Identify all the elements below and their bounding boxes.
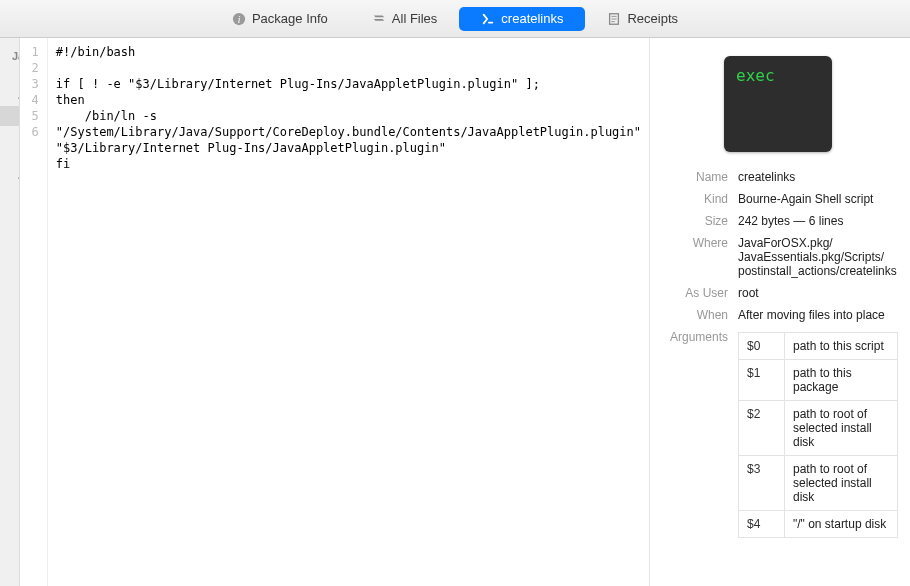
table-row: $4"/" on startup disk xyxy=(739,511,898,538)
tab-receipts[interactable]: Receipts xyxy=(585,7,700,31)
field-value: After moving files into place xyxy=(738,308,898,322)
field-label: Size xyxy=(658,214,728,228)
sidebar-item-postinstall-actions[interactable]: ⌄ postinstall_actions xyxy=(0,86,19,106)
sidebar-item-deleteobsolete[interactable]: deleteObsolete… xyxy=(0,126,20,146)
sidebar-header: JavaEssentials.pkg xyxy=(0,44,20,66)
table-row: $2path to root of selected install disk xyxy=(739,401,898,456)
tab-label: Receipts xyxy=(627,11,678,26)
svg-text:i: i xyxy=(238,13,241,24)
toolbar: i Package Info All Files createlinks Rec… xyxy=(0,0,910,38)
file-thumbnail: exec xyxy=(724,56,832,152)
info-pane: exec Namecreatelinks KindBourne-Again Sh… xyxy=(650,38,910,586)
thumbnail-text: exec xyxy=(736,66,775,85)
sidebar-item-postinstall[interactable]: postinstall xyxy=(0,66,19,86)
tab-createlinks[interactable]: createlinks xyxy=(459,7,585,31)
arg-desc: "/" on startup disk xyxy=(785,511,898,538)
arguments-table-wrap: $0path to this script$1path to this pack… xyxy=(738,330,898,538)
info-circle-icon: i xyxy=(232,12,246,26)
field-value: Bourne-Again Shell script xyxy=(738,192,898,206)
arg-name: $0 xyxy=(739,333,785,360)
tab-package-info[interactable]: i Package Info xyxy=(210,7,350,31)
field-value: JavaForOSX.pkg/ JavaEssentials.pkg/Scrip… xyxy=(738,236,898,278)
arg-desc: path to this package xyxy=(785,360,898,401)
field-label: As User xyxy=(658,286,728,300)
tab-bar: i Package Info All Files createlinks Rec… xyxy=(6,7,904,31)
sidebar-item-deleteomatic[interactable]: deleteomatic xyxy=(0,186,20,206)
chevron-down-icon[interactable]: ⌄ xyxy=(16,91,19,102)
sidebar-item-tools[interactable]: ⌄ Tools xyxy=(0,166,19,186)
tab-label: Package Info xyxy=(252,11,328,26)
file-tree: postinstall ⌄ postinstall_actions create… xyxy=(0,66,19,206)
arg-name: $1 xyxy=(739,360,785,401)
field-value: root xyxy=(738,286,898,300)
line-number-gutter: 123456 xyxy=(20,38,48,586)
field-value: 242 bytes — 6 lines xyxy=(738,214,898,228)
field-label: Name xyxy=(658,170,728,184)
field-label: Kind xyxy=(658,192,728,206)
arg-desc: path to root of selected install disk xyxy=(785,401,898,456)
arg-name: $4 xyxy=(739,511,785,538)
field-label: Arguments xyxy=(658,330,728,344)
arg-desc: path to this script xyxy=(785,333,898,360)
table-row: $0path to this script xyxy=(739,333,898,360)
receipt-icon xyxy=(607,12,621,26)
arguments-table: $0path to this script$1path to this pack… xyxy=(738,332,898,538)
tab-label: createlinks xyxy=(501,11,563,26)
tab-all-files[interactable]: All Files xyxy=(350,7,460,31)
chevron-down-icon[interactable]: ⌄ xyxy=(16,171,19,182)
code-editor[interactable]: 123456 #!/bin/bash if [ ! -e "$3/Library… xyxy=(20,38,650,586)
arg-name: $3 xyxy=(739,456,785,511)
arg-desc: path to root of selected install disk xyxy=(785,456,898,511)
table-row: $1path to this package xyxy=(739,360,898,401)
field-value: createlinks xyxy=(738,170,898,184)
main-area: JavaEssentials.pkg postinstall ⌄ postins… xyxy=(0,38,910,586)
content-area: 123456 #!/bin/bash if [ ! -e "$3/Library… xyxy=(20,38,910,586)
arg-name: $2 xyxy=(739,401,785,456)
sidebar-item-createlinks[interactable]: createlinks xyxy=(0,106,20,126)
sidebar-item-cleanup-list[interactable]: cleanup-list xyxy=(0,146,19,166)
table-row: $3path to root of selected install disk xyxy=(739,456,898,511)
script-icon xyxy=(481,12,495,26)
field-label: Where xyxy=(658,236,728,278)
tab-label: All Files xyxy=(392,11,438,26)
code-text[interactable]: #!/bin/bash if [ ! -e "$3/Library/Intern… xyxy=(48,38,649,586)
field-label: When xyxy=(658,308,728,322)
stack-icon xyxy=(372,12,386,26)
sidebar: JavaEssentials.pkg postinstall ⌄ postins… xyxy=(0,38,20,586)
